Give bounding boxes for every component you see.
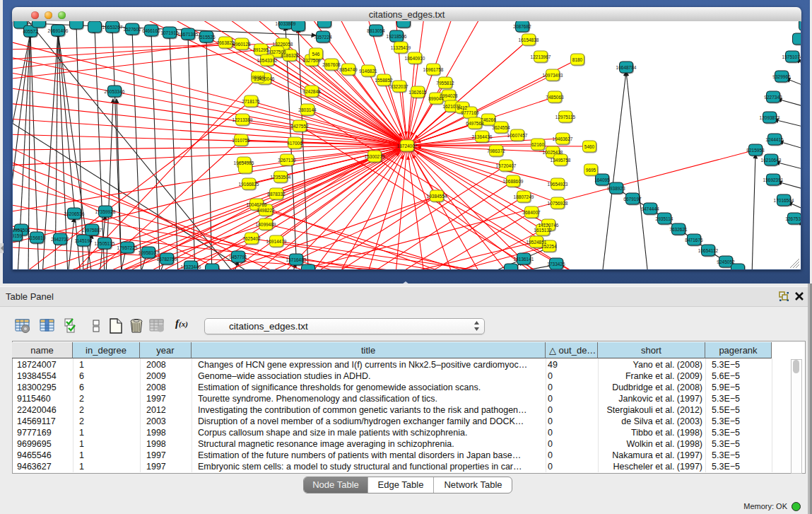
svg-text:39159: 39159: [13, 233, 22, 238]
svg-text:2803144: 2803144: [298, 107, 317, 112]
svg-text:9245052: 9245052: [717, 259, 735, 264]
svg-text:17957225: 17957225: [117, 245, 138, 250]
svg-text:12353504: 12353504: [271, 175, 291, 180]
svg-text:16648784: 16648784: [616, 65, 637, 70]
svg-text:13495758: 13495758: [551, 158, 571, 163]
svg-text:405572: 405572: [23, 29, 38, 34]
svg-text:417006: 417006: [287, 141, 302, 146]
svg-text:2867608: 2867608: [322, 62, 341, 67]
svg-text:3624554: 3624554: [492, 125, 510, 130]
svg-text:9327509: 9327509: [302, 58, 321, 63]
svg-text:1145194: 1145194: [75, 238, 93, 243]
svg-text:1558852: 1558852: [375, 78, 393, 83]
svg-text:6994028: 6994028: [440, 93, 458, 98]
svg-text:7632621: 7632621: [669, 227, 688, 232]
svg-text:12323446: 12323446: [181, 264, 201, 269]
svg-text:18724007: 18724007: [397, 144, 418, 148]
svg-text:6497568: 6497568: [466, 121, 484, 126]
svg-text:12975115: 12975115: [555, 115, 576, 119]
svg-text:252254: 252254: [541, 244, 557, 249]
svg-text:2935114: 2935114: [656, 216, 673, 221]
svg-text:8412: 8412: [457, 105, 468, 110]
svg-text:7663822: 7663822: [216, 40, 235, 45]
svg-text:12505135: 12505135: [95, 241, 115, 246]
svg-text:9146821: 9146821: [359, 69, 377, 74]
svg-text:19654923: 19654923: [548, 182, 568, 187]
svg-text:8322037: 8322037: [390, 84, 408, 89]
svg-text:13226058: 13226058: [273, 42, 293, 47]
svg-text:6679197: 6679197: [623, 197, 642, 201]
svg-text:15300275: 15300275: [365, 154, 385, 159]
svg-text:1362615: 1362615: [408, 90, 427, 95]
svg-text:8854749: 8854749: [339, 67, 358, 72]
svg-text:20053346: 20053346: [105, 89, 125, 94]
svg-text:8427552: 8427552: [290, 124, 309, 129]
svg-text:19975887: 19975887: [82, 228, 102, 233]
svg-text:16671385: 16671385: [178, 32, 199, 37]
svg-text:7485063: 7485063: [546, 95, 564, 100]
svg-text:8180: 8180: [572, 57, 583, 62]
svg-text:20691406: 20691406: [48, 28, 69, 33]
svg-text:10046765: 10046765: [247, 202, 267, 207]
svg-text:8813054: 8813054: [367, 28, 385, 33]
svg-text:1244415: 1244415: [765, 137, 784, 142]
svg-text:10654112: 10654112: [698, 248, 719, 253]
svg-text:10025438: 10025438: [543, 150, 563, 155]
svg-text:1071915: 1071915: [160, 30, 179, 35]
svg-text:18807249: 18807249: [514, 194, 534, 199]
svg-text:18640910: 18640910: [405, 56, 425, 61]
svg-text:16154838: 16154838: [519, 37, 539, 42]
svg-text:2087682: 2087682: [513, 24, 531, 29]
svg-text:12213389: 12213389: [233, 117, 253, 122]
svg-text:1527602: 1527602: [123, 27, 141, 32]
svg-text:7515526: 7515526: [197, 35, 216, 40]
svg-text:20206536: 20206536: [64, 211, 85, 216]
svg-text:9474444: 9474444: [641, 206, 659, 211]
svg-text:2942737: 2942737: [51, 237, 69, 242]
svg-text:9227343: 9227343: [764, 95, 782, 100]
svg-text:10688609: 10688609: [503, 179, 524, 184]
svg-text:7986372: 7986372: [487, 148, 505, 153]
svg-text:3684007: 3684007: [522, 210, 541, 215]
svg-text:2718176: 2718176: [242, 99, 260, 104]
svg-text:8186328: 8186328: [281, 53, 299, 58]
svg-text:3953501: 3953501: [13, 228, 30, 233]
svg-text:10653267: 10653267: [102, 25, 123, 30]
svg-text:10607457: 10607457: [507, 133, 528, 138]
svg-text:15716485: 15716485: [286, 257, 307, 262]
svg-text:9457791: 9457791: [229, 255, 247, 259]
svg-text:21364436: 21364436: [472, 134, 493, 139]
svg-text:12213967: 12213967: [531, 54, 551, 59]
svg-text:3267130: 3267130: [278, 158, 296, 163]
svg-text:17016504: 17016504: [774, 198, 794, 203]
svg-text:16914479: 16914479: [266, 239, 287, 244]
svg-text:16033809: 16033809: [276, 21, 296, 26]
svg-text:1267534: 1267534: [785, 216, 801, 221]
svg-text:8960128: 8960128: [233, 42, 251, 47]
svg-text:15692391: 15692391: [763, 177, 784, 182]
svg-text:8938923: 8938923: [607, 186, 625, 191]
svg-text:16961758: 16961758: [423, 67, 444, 72]
svg-text:9329966: 9329966: [772, 74, 791, 79]
svg-text:7625402: 7625402: [242, 236, 261, 241]
svg-text:891295: 891295: [253, 47, 269, 52]
svg-text:19218506: 19218506: [387, 34, 407, 39]
svg-text:11325419: 11325419: [391, 45, 411, 50]
svg-text:14136141: 14136141: [514, 257, 534, 262]
svg-text:1156819: 1156819: [28, 235, 46, 240]
svg-text:546: 546: [312, 52, 320, 57]
svg-text:1733426: 1733426: [547, 262, 565, 267]
svg-text:10543392: 10543392: [257, 58, 278, 63]
svg-text:98960: 98960: [252, 75, 264, 80]
svg-text:19654985: 19654985: [234, 160, 254, 165]
svg-text:14099489: 14099489: [256, 222, 276, 227]
svg-text:19463627: 19463627: [553, 136, 573, 141]
svg-text:15720407: 15720407: [496, 163, 517, 168]
svg-text:7955812: 7955812: [436, 81, 454, 86]
svg-text:7357224: 7357224: [314, 35, 332, 40]
svg-text:1010755: 1010755: [232, 138, 250, 143]
svg-text:19166825: 19166825: [239, 182, 259, 187]
svg-text:16210643: 16210643: [761, 158, 782, 163]
svg-text:8215958: 8215958: [746, 148, 765, 153]
svg-text:3498222: 3498222: [257, 208, 275, 213]
